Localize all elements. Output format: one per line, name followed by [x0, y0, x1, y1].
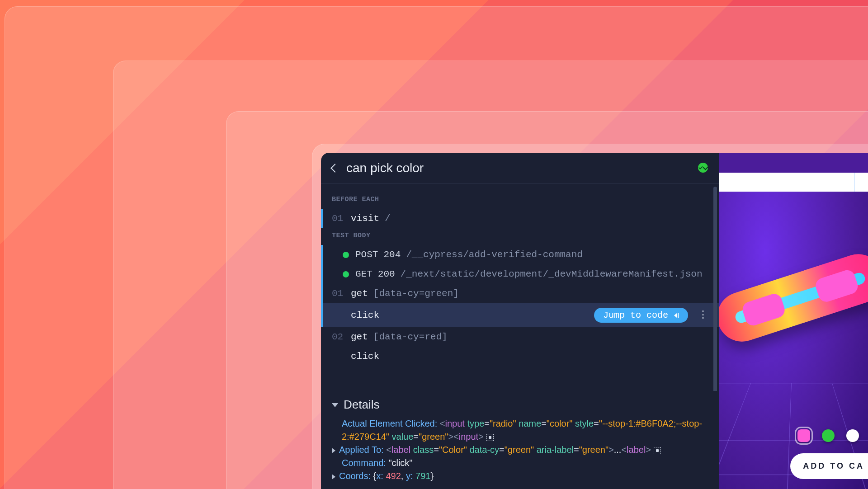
section-test-body: TEST BODY	[321, 228, 719, 245]
detail-coords: Coords: {x: 492, y: 791}	[332, 470, 708, 483]
app-preview-pane: ADD TO CA	[719, 153, 868, 489]
color-swatch[interactable]	[822, 429, 835, 442]
test-title: can pick color	[346, 161, 424, 175]
test-runner-window: can pick color BEFORE EACH 01 visit / TE…	[321, 153, 868, 489]
cmd-index: 01	[332, 213, 345, 224]
selector-target-icon[interactable]	[654, 447, 661, 454]
cmd-click-2[interactable]: click	[321, 347, 719, 366]
jump-to-code-icon	[673, 311, 681, 320]
detail-applied-to: Applied To: <label class="Color" data-cy…	[332, 443, 708, 456]
details-title: Details	[344, 396, 379, 414]
command-list: BEFORE EACH 01 visit / TEST BODY POST 20…	[321, 184, 719, 371]
jump-to-code-button[interactable]: Jump to code	[594, 308, 688, 323]
cmd-xhr-get[interactable]: GET 200 /_next/static/development/_devMi…	[321, 264, 719, 284]
details-panel: Details Actual Element Clicked: <input t…	[321, 391, 719, 489]
cmd-click-selected[interactable]: click Jump to code ⋮	[321, 303, 719, 327]
color-swatches	[797, 429, 859, 442]
section-before-each: BEFORE EACH	[321, 192, 719, 209]
cmd-visit[interactable]: 01 visit /	[321, 209, 719, 228]
cmd-xhr-post[interactable]: POST 204 /__cypress/add-verified-command	[321, 245, 719, 264]
expand-icon[interactable]	[332, 474, 335, 480]
test-header: can pick color	[321, 153, 719, 184]
expand-icon[interactable]	[332, 448, 335, 453]
detail-actual-element: Actual Element Clicked: <input type="rad…	[332, 417, 708, 443]
back-icon[interactable]	[330, 164, 340, 173]
cmd-get-green[interactable]: 01 get [data-cy=green]	[321, 284, 719, 303]
cmd-get-red[interactable]: 02 get [data-cy=red]	[321, 327, 719, 347]
preview-scene: ADD TO CA	[719, 192, 868, 489]
hoverboard-graphic	[719, 248, 868, 348]
test-status-pass-icon	[698, 163, 708, 173]
command-log-scroll: BEFORE EACH 01 visit / TEST BODY POST 20…	[321, 184, 719, 391]
details-collapse-icon[interactable]	[332, 403, 338, 407]
selector-target-icon[interactable]	[486, 434, 494, 441]
command-log-pane: can pick color BEFORE EACH 01 visit / TE…	[321, 153, 719, 489]
preview-url-bar	[719, 173, 868, 192]
row-menu-icon[interactable]: ⋮	[698, 310, 708, 320]
svg-rect-0	[678, 313, 679, 318]
detail-command: Command: "click"	[332, 456, 708, 470]
color-swatch[interactable]	[797, 429, 810, 442]
xhr-success-icon	[343, 271, 349, 277]
add-to-cart-button[interactable]: ADD TO CA	[790, 453, 868, 479]
scrollbar-thumb[interactable]	[713, 187, 717, 391]
xhr-success-icon	[343, 252, 349, 258]
color-swatch[interactable]	[846, 429, 859, 442]
